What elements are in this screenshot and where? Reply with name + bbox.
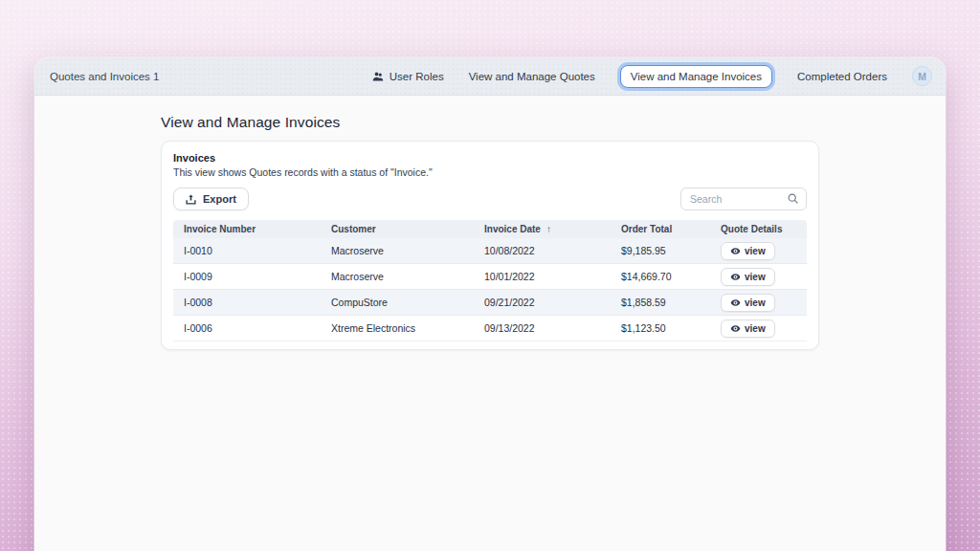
table-row: I-0009 Macroserve 10/01/2022 $14,669.70 … — [173, 264, 807, 290]
cell-customer: Macroserve — [321, 245, 474, 256]
view-button[interactable]: view — [721, 320, 775, 338]
sort-ascending-icon: ↑ — [546, 224, 551, 234]
search-icon — [787, 192, 799, 205]
column-header-label: Invoice Date — [484, 224, 541, 234]
export-icon — [186, 194, 196, 205]
cell-invoice-date: 09/21/2022 — [474, 297, 611, 308]
search-box — [680, 187, 807, 210]
eye-icon — [730, 246, 741, 256]
app-title: Quotes and Invoices 1 — [50, 71, 159, 82]
table-row: I-0008 CompuStore 09/21/2022 $1,858.59 v… — [173, 290, 807, 316]
column-header-order-total[interactable]: Order Total — [611, 224, 710, 234]
eye-icon — [730, 323, 741, 334]
cell-invoice-number: I-0009 — [173, 271, 321, 282]
cell-customer: Macroserve — [321, 271, 474, 282]
cell-customer: Xtreme Electronics — [321, 322, 474, 334]
view-button-label: view — [745, 298, 766, 308]
cell-order-total: $1,123.50 — [611, 322, 710, 334]
cell-customer: CompuStore — [321, 297, 474, 308]
app-header: Quotes and Invoices 1 User Roles View an… — [34, 57, 946, 96]
cell-invoice-date: 10/01/2022 — [474, 271, 611, 282]
view-button[interactable]: view — [721, 242, 775, 260]
cell-order-total: $14,669.70 — [611, 271, 710, 282]
cell-invoice-number: I-0008 — [173, 297, 321, 308]
invoices-card: Invoices This view shows Quotes records … — [161, 141, 819, 350]
cell-invoice-number: I-0006 — [173, 322, 321, 334]
column-header-quote-details[interactable]: Quote Details — [710, 224, 807, 234]
export-button[interactable]: Export — [173, 187, 249, 210]
users-icon — [372, 71, 384, 82]
card-subtitle: This view shows Quotes records with a st… — [173, 166, 807, 178]
header-nav: User Roles View and Manage Quotes View a… — [372, 65, 932, 88]
page-title: View and Manage Invoices — [161, 114, 819, 131]
table-row: I-0010 Macroserve 10/08/2022 $9,185.95 v… — [173, 238, 807, 264]
nav-item-label: View and Manage Invoices — [631, 71, 762, 82]
view-button-label: view — [745, 272, 766, 282]
nav-item-view-manage-quotes[interactable]: View and Manage Quotes — [469, 71, 595, 82]
nav-item-user-roles[interactable]: User Roles — [372, 71, 444, 82]
nav-item-completed-orders[interactable]: Completed Orders — [797, 71, 887, 82]
export-button-label: Export — [203, 193, 236, 205]
nav-item-view-manage-invoices[interactable]: View and Manage Invoices — [620, 65, 772, 88]
page-content: View and Manage Invoices Invoices This v… — [34, 96, 946, 350]
invoices-table: Invoice Number Customer Invoice Date↑ Or… — [173, 220, 807, 342]
table-header-row: Invoice Number Customer Invoice Date↑ Or… — [173, 220, 807, 238]
nav-item-label: User Roles — [390, 71, 444, 82]
column-header-invoice-date[interactable]: Invoice Date↑ — [474, 224, 611, 234]
eye-icon — [730, 298, 741, 308]
app-window: Quotes and Invoices 1 User Roles View an… — [34, 57, 946, 551]
view-button-label: view — [745, 246, 766, 256]
nav-item-label: Completed Orders — [797, 71, 887, 82]
view-button-label: view — [745, 323, 766, 334]
avatar[interactable]: M — [912, 66, 932, 86]
cell-invoice-date: 09/13/2022 — [474, 322, 611, 334]
eye-icon — [730, 272, 741, 282]
card-title: Invoices — [173, 152, 807, 164]
cell-order-total: $1,858.59 — [611, 297, 710, 308]
view-button[interactable]: view — [721, 268, 775, 286]
column-header-customer[interactable]: Customer — [321, 224, 474, 234]
cell-invoice-number: I-0010 — [173, 245, 321, 256]
column-header-invoice-number[interactable]: Invoice Number — [173, 224, 321, 234]
nav-item-label: View and Manage Quotes — [469, 71, 595, 82]
view-button[interactable]: view — [721, 294, 775, 312]
cell-order-total: $9,185.95 — [611, 245, 710, 256]
cell-invoice-date: 10/08/2022 — [474, 245, 611, 256]
table-row: I-0006 Xtreme Electronics 09/13/2022 $1,… — [173, 316, 807, 342]
table-toolbar: Export — [173, 187, 807, 210]
